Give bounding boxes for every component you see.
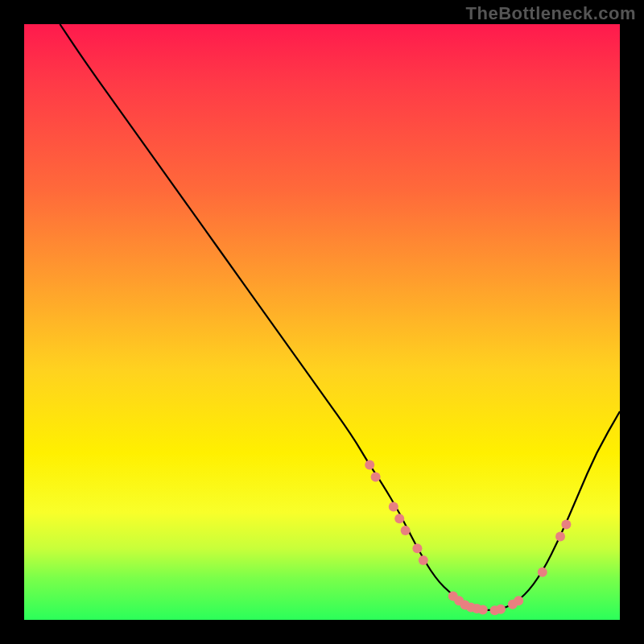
curve-marker: [478, 605, 488, 614]
curve-marker: [514, 596, 523, 605]
curve-marker: [496, 605, 506, 614]
curve-marker: [401, 526, 411, 535]
chart-frame: TheBottleneck.com: [0, 0, 644, 644]
curve-marker: [389, 502, 398, 511]
curve-marker: [538, 568, 547, 577]
bottleneck-curve: [60, 24, 620, 610]
curve-marker: [365, 460, 374, 470]
plot-area: [24, 24, 620, 620]
curve-marker: [371, 472, 381, 481]
curve-marker: [555, 531, 565, 541]
curve-layer: [24, 24, 620, 620]
curve-marker: [419, 555, 428, 565]
curve-markers: [365, 460, 571, 616]
curve-marker: [412, 543, 422, 553]
curve-marker: [561, 520, 571, 530]
watermark-text: TheBottleneck.com: [466, 3, 636, 24]
curve-marker: [394, 514, 404, 523]
